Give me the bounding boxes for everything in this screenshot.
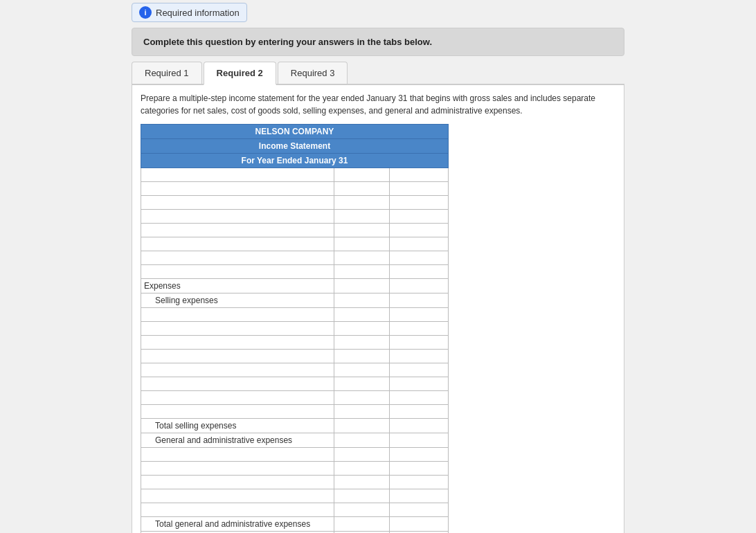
description-text: Prepare a multiple-step income statement… [141,92,615,117]
ga2-label-input[interactable] [141,462,334,475]
row2-mid-input[interactable] [334,183,389,195]
table-row [141,363,449,377]
ga5-label-input[interactable] [141,504,334,516]
table-row [141,350,449,363]
sell3-mid-input[interactable] [334,336,389,349]
row1-label-input[interactable] [141,169,334,181]
sell2-mid-input[interactable] [334,323,389,335]
sell2-label-input[interactable] [141,323,334,335]
sell4-mid-input[interactable] [334,350,389,363]
sell5-mid-input[interactable] [334,364,389,377]
sell6-mid-input[interactable] [334,378,389,390]
row7-label-input[interactable] [141,252,334,264]
table-row [141,182,449,196]
table-row [141,210,449,224]
tab-required1[interactable]: Required 1 [132,62,202,84]
row3-mid-input[interactable] [334,197,389,209]
table-header-period: For Year Ended January 31 [141,154,449,168]
total-general-admin-row: Total general and administrative expense… [141,517,449,532]
row3-label-input[interactable] [141,197,334,209]
sell7-mid-input[interactable] [334,392,389,404]
total-ga-mid-input[interactable] [334,518,389,530]
table-header-company: NELSON COMPANY [141,125,449,139]
table-row [141,391,449,405]
selling-expenses-label: Selling expenses [141,293,334,308]
table-header-title: Income Statement [141,139,449,154]
tabs-bar: Required 1 Required 2 Required 3 [132,62,624,85]
table-row [141,322,449,336]
period-label: For Year Ended January 31 [141,154,449,168]
table-row [141,168,449,182]
instruction-text: Complete this question by entering your … [143,37,432,47]
row5-label-input[interactable] [141,224,334,237]
general-admin-label: General and administrative expenses [141,433,334,448]
sell7-label-input[interactable] [141,392,334,404]
required-info-text: Required information [156,8,240,18]
sell4-label-input[interactable] [141,350,334,363]
total-selling-expenses-label: Total selling expenses [141,419,334,433]
table-row [141,196,449,210]
general-admin-section-row: General and administrative expenses [141,433,449,448]
table-row [141,377,449,391]
required-info-bar: i Required information [132,3,247,22]
sell1-mid-input[interactable] [334,309,389,321]
total-sell-mid-input[interactable] [334,419,389,432]
table-row [141,405,449,419]
table-row [141,308,449,322]
ga4-mid-input[interactable] [334,490,389,503]
total-selling-expenses-row: Total selling expenses [141,419,449,433]
table-row [141,224,449,237]
ga1-mid-input[interactable] [334,449,389,461]
instruction-box: Complete this question by entering your … [132,28,624,56]
table-row [141,336,449,350]
company-name: NELSON COMPANY [141,125,449,139]
row1-val-input[interactable] [390,169,448,181]
ga3-mid-input[interactable] [334,476,389,489]
row6-label-input[interactable] [141,238,334,251]
ga3-label-input[interactable] [141,476,334,489]
table-row [141,265,449,279]
page-wrapper: i Required information Complete this que… [129,0,627,533]
expenses-label: Expenses [141,279,334,293]
sell6-label-input[interactable] [141,378,334,390]
selling-expenses-section-row: Selling expenses [141,293,449,308]
table-row [141,448,449,462]
ga4-label-input[interactable] [141,490,334,503]
ga1-label-input[interactable] [141,449,334,461]
table-row [141,462,449,476]
sell8-label-input[interactable] [141,406,334,418]
tab-content: Prepare a multiple-step income statement… [132,85,624,533]
ga2-mid-input[interactable] [334,462,389,475]
row2-label-input[interactable] [141,183,334,195]
table-row [141,489,449,503]
ga5-mid-input[interactable] [334,504,389,516]
sell3-label-input[interactable] [141,336,334,349]
table-row [141,251,449,265]
table-row [141,476,449,489]
table-row [141,503,449,517]
row4-val-input[interactable] [390,210,448,223]
table-row [141,237,449,251]
info-icon: i [139,6,152,19]
sell8-mid-input[interactable] [334,406,389,418]
row8-label-input[interactable] [141,266,334,278]
tab-required2[interactable]: Required 2 [204,62,276,85]
sell1-label-input[interactable] [141,309,334,321]
expenses-section-row: Expenses [141,279,449,293]
row4-label-input[interactable] [141,210,334,223]
income-statement-table: NELSON COMPANY Income Statement For Year… [141,124,449,533]
total-general-admin-label: Total general and administrative expense… [141,517,334,532]
sell5-label-input[interactable] [141,364,334,377]
statement-title: Income Statement [141,139,449,154]
row7-val-input[interactable] [390,252,448,264]
tab-required3[interactable]: Required 3 [278,62,348,84]
